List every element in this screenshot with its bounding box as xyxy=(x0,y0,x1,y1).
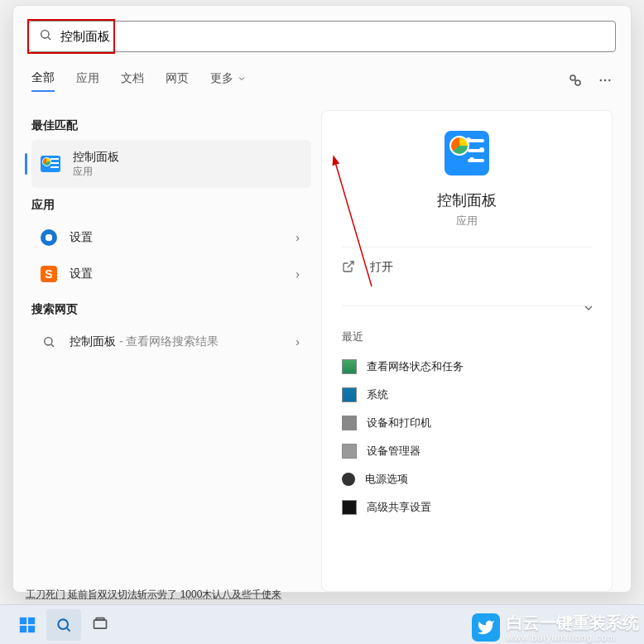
svg-line-16 xyxy=(67,627,70,631)
best-match-subtitle: 应用 xyxy=(73,165,119,179)
search-bar[interactable] xyxy=(28,21,616,52)
open-label: 打开 xyxy=(370,260,393,275)
svg-rect-13 xyxy=(20,625,26,632)
recent-label: 电源选项 xyxy=(365,472,408,487)
app-item-settings-1[interactable]: 设置 › xyxy=(31,219,311,256)
svg-rect-11 xyxy=(20,617,26,623)
recent-item-device-manager[interactable]: 设备管理器 xyxy=(342,437,592,465)
chevron-down-icon xyxy=(237,74,247,84)
taskbar-search-button[interactable] xyxy=(46,609,81,641)
svg-rect-12 xyxy=(28,617,35,623)
recent-label: 设备管理器 xyxy=(367,444,421,459)
control-panel-large-icon xyxy=(445,131,489,175)
app-item-settings-2[interactable]: S 设置 › xyxy=(31,256,311,292)
search-window: 全部 应用 文档 网页 更多 最佳匹配 控制面板 应用 应用 xyxy=(12,5,632,593)
filter-tabs: 全部 应用 文档 网页 更多 xyxy=(31,70,613,92)
search-icon xyxy=(39,28,52,45)
best-match-title: 控制面板 xyxy=(73,150,119,165)
chevron-right-icon: › xyxy=(296,335,303,348)
recent-label: 系统 xyxy=(367,387,388,402)
tab-more-label: 更多 xyxy=(210,71,233,86)
svg-point-6 xyxy=(608,79,610,80)
recent-list: 查看网络状态和任务 系统 设备和打印机 设备管理器 电源选项 高级共享设置 xyxy=(342,353,592,521)
chevron-right-icon: › xyxy=(296,231,303,244)
expand-chevron-icon[interactable] xyxy=(582,301,595,317)
recent-item-advanced-sharing[interactable]: 高级共享设置 xyxy=(342,493,592,521)
tab-docs[interactable]: 文档 xyxy=(121,71,144,91)
sogou-icon: S xyxy=(40,265,58,283)
account-link-icon[interactable] xyxy=(568,73,583,90)
recent-item-network-status[interactable]: 查看网络状态和任务 xyxy=(342,353,592,381)
chevron-right-icon: › xyxy=(296,267,303,281)
web-item-main: 控制面板 xyxy=(70,334,116,348)
tab-apps[interactable]: 应用 xyxy=(76,71,99,91)
tab-more[interactable]: 更多 xyxy=(210,71,247,91)
printer-icon xyxy=(342,416,357,430)
results-body: 最佳匹配 控制面板 应用 应用 设置 › S 设置 › 搜索网页 xyxy=(13,103,631,592)
svg-point-4 xyxy=(600,79,602,80)
recent-item-devices-printers[interactable]: 设备和打印机 xyxy=(342,409,592,437)
control-panel-icon xyxy=(40,153,61,175)
svg-point-5 xyxy=(604,79,606,80)
power-icon xyxy=(342,473,355,486)
background-truncated-text: 工刀死门 延前旨双汉切法斩示劳了 1000木认八及些千使来 xyxy=(26,588,281,602)
device-manager-icon xyxy=(342,444,357,459)
svg-line-8 xyxy=(51,344,54,347)
recent-header: 最近 xyxy=(342,329,592,344)
tab-all[interactable]: 全部 xyxy=(31,70,55,92)
svg-point-3 xyxy=(575,80,580,85)
system-icon xyxy=(342,387,357,402)
web-item-sub: - 查看网络搜索结果 xyxy=(116,334,219,348)
divider xyxy=(342,305,592,306)
preview-header: 控制面板 应用 xyxy=(342,131,592,228)
open-action[interactable]: 打开 xyxy=(342,248,592,287)
preview-subtitle: 应用 xyxy=(456,214,478,228)
svg-rect-18 xyxy=(96,618,104,620)
svg-point-15 xyxy=(58,619,68,629)
task-view-button[interactable] xyxy=(83,609,118,641)
search-icon xyxy=(40,333,58,351)
taskbar xyxy=(0,604,644,644)
results-left-column: 最佳匹配 控制面板 应用 应用 设置 › S 设置 › 搜索网页 xyxy=(13,103,311,592)
svg-point-2 xyxy=(570,75,575,80)
recent-item-system[interactable]: 系统 xyxy=(342,381,592,409)
search-input[interactable] xyxy=(60,30,605,44)
app-item-label: 设置 xyxy=(70,267,93,281)
svg-line-9 xyxy=(348,262,353,267)
app-item-label: 设置 xyxy=(70,230,93,245)
best-match-text: 控制面板 应用 xyxy=(73,150,119,179)
svg-rect-17 xyxy=(94,620,107,628)
svg-rect-14 xyxy=(28,625,35,632)
open-external-icon xyxy=(342,260,357,276)
recent-label: 查看网络状态和任务 xyxy=(367,359,464,374)
recent-item-power-options[interactable]: 电源选项 xyxy=(342,465,592,493)
preview-title: 控制面板 xyxy=(437,190,497,210)
best-match-item[interactable]: 控制面板 应用 xyxy=(31,140,311,188)
apps-header: 应用 xyxy=(31,198,311,213)
start-button[interactable] xyxy=(10,609,45,641)
network-icon xyxy=(342,359,357,374)
gear-icon xyxy=(40,228,58,247)
more-options-icon[interactable] xyxy=(598,73,613,90)
preview-panel: 控制面板 应用 打开 最近 查看网络状态和任务 系统 设备和打印机 设备管理器 … xyxy=(321,110,613,592)
svg-point-0 xyxy=(41,31,49,38)
recent-label: 高级共享设置 xyxy=(367,500,431,515)
sharing-icon xyxy=(342,500,357,515)
tab-web[interactable]: 网页 xyxy=(166,71,189,91)
web-item-label: 控制面板 - 查看网络搜索结果 xyxy=(70,334,219,349)
best-match-header: 最佳匹配 xyxy=(31,118,311,133)
svg-line-1 xyxy=(48,37,50,40)
web-header: 搜索网页 xyxy=(31,302,311,317)
web-search-item[interactable]: 控制面板 - 查看网络搜索结果 › xyxy=(31,324,311,360)
svg-point-7 xyxy=(45,338,52,345)
recent-label: 设备和打印机 xyxy=(367,416,431,430)
